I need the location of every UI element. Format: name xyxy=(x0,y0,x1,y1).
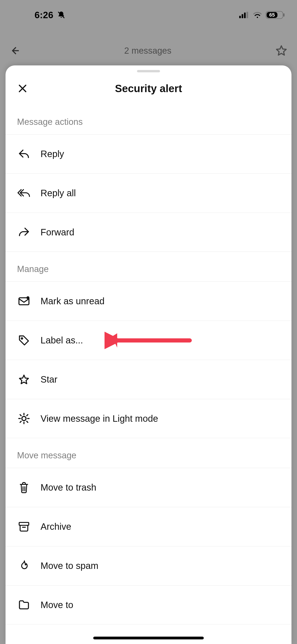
conversation-nav-bar: 2 messages xyxy=(0,39,297,62)
sheet-grabber[interactable] xyxy=(137,70,160,72)
action-sheet: Security alert Message actions Reply Rep… xyxy=(6,66,292,644)
row-mark-unread[interactable]: Mark as unread xyxy=(6,282,292,320)
group-move: Move to trash Archive Move to spam Move … xyxy=(6,468,292,624)
battery-percent: 65 xyxy=(269,12,275,18)
bell-off-icon xyxy=(57,11,66,19)
svg-rect-1 xyxy=(239,16,241,18)
svg-rect-22 xyxy=(19,522,29,526)
clock: 6:26 xyxy=(34,10,54,20)
row-label: Mark as unread xyxy=(40,296,104,306)
home-indicator xyxy=(93,637,204,640)
sun-icon xyxy=(17,412,31,425)
group-message-actions: Reply Reply all Forward xyxy=(6,134,292,252)
mail-unread-icon xyxy=(17,296,31,306)
row-reply[interactable]: Reply xyxy=(6,134,292,174)
svg-line-16 xyxy=(20,414,21,416)
row-star[interactable]: Star xyxy=(6,360,292,399)
sheet-header: Security alert xyxy=(6,72,292,104)
forward-icon xyxy=(17,226,31,238)
row-forward[interactable]: Forward xyxy=(6,212,292,252)
svg-rect-4 xyxy=(246,12,248,18)
row-light-mode[interactable]: View message in Light mode xyxy=(6,399,292,438)
annotation-arrow xyxy=(104,330,192,351)
svg-point-11 xyxy=(22,416,26,420)
close-button[interactable] xyxy=(17,83,28,94)
svg-rect-3 xyxy=(244,13,246,18)
row-move-to[interactable]: Move to xyxy=(6,585,292,624)
conversation-count: 2 messages xyxy=(124,46,172,56)
svg-point-8 xyxy=(26,296,30,299)
row-label: Move to trash xyxy=(40,482,96,493)
row-move-spam[interactable]: Move to spam xyxy=(6,546,292,585)
archive-icon xyxy=(17,521,31,532)
row-label: Move to spam xyxy=(40,560,98,571)
status-bar: 6:26 65 xyxy=(0,0,297,30)
wifi-icon xyxy=(253,12,262,18)
row-move-trash[interactable]: Move to trash xyxy=(6,468,292,507)
row-label: Forward xyxy=(40,227,74,238)
reply-icon xyxy=(17,148,31,160)
svg-line-17 xyxy=(27,421,28,422)
row-label: View message in Light mode xyxy=(40,414,158,424)
section-label-message-actions: Message actions xyxy=(6,104,292,134)
star-icon xyxy=(17,374,31,386)
group-manage: Mark as unread Label as... Star View mes… xyxy=(6,282,292,438)
spam-icon xyxy=(17,560,31,572)
reply-all-icon xyxy=(17,187,31,199)
row-archive[interactable]: Archive xyxy=(6,507,292,546)
folder-icon xyxy=(17,600,31,610)
row-label: Star xyxy=(40,374,57,385)
row-label: Archive xyxy=(40,522,71,532)
row-label: Label as... xyxy=(40,335,83,346)
trash-icon xyxy=(17,482,31,494)
row-label-as[interactable]: Label as... xyxy=(6,320,292,360)
tag-icon xyxy=(17,334,31,346)
section-label-manage: Manage xyxy=(6,252,292,282)
svg-point-9 xyxy=(21,338,22,339)
cellular-icon xyxy=(239,12,249,18)
status-left: 6:26 xyxy=(34,10,66,20)
sheet-title: Security alert xyxy=(115,82,182,95)
section-label-move: Move message xyxy=(6,438,292,468)
row-label: Move to xyxy=(40,600,73,610)
row-reply-all[interactable]: Reply all xyxy=(6,174,292,212)
status-right: 65 xyxy=(239,11,283,19)
row-label: Reply xyxy=(40,149,64,159)
svg-rect-2 xyxy=(242,14,243,18)
svg-line-19 xyxy=(27,414,28,416)
battery-indicator: 65 xyxy=(266,11,283,19)
row-label: Reply all xyxy=(40,188,76,198)
star-outline-icon[interactable] xyxy=(275,44,288,57)
svg-line-18 xyxy=(20,421,21,422)
back-arrow-icon[interactable] xyxy=(9,45,21,56)
